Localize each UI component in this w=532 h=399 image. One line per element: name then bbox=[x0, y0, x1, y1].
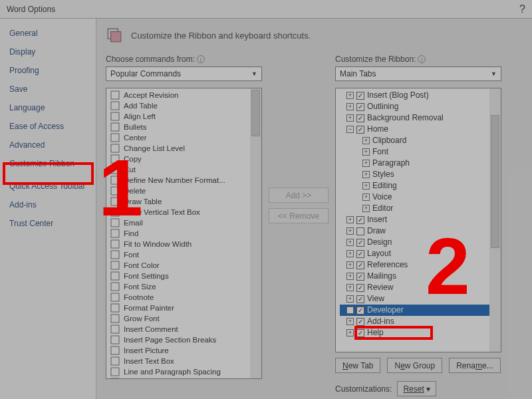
tree-item-background-removal[interactable]: +Background Removal bbox=[340, 112, 497, 124]
tree-item-developer[interactable]: +Developer bbox=[340, 305, 497, 316]
tree-item-styles[interactable]: +Styles bbox=[340, 169, 497, 180]
new-tab-button[interactable]: New Tab bbox=[335, 358, 380, 373]
command-item[interactable]: Center bbox=[106, 132, 261, 143]
sidebar-item-ease-of-access[interactable]: Ease of Access bbox=[0, 117, 96, 136]
tree-item-design[interactable]: +Design bbox=[340, 237, 497, 248]
command-item[interactable]: Bullets▸ bbox=[106, 122, 261, 132]
command-item[interactable]: Link▸ bbox=[106, 377, 261, 379]
expander-icon[interactable]: + bbox=[346, 216, 354, 223]
remove-button[interactable]: << Remove bbox=[269, 208, 329, 223]
command-item[interactable]: Insert Comment bbox=[106, 324, 261, 334]
tree-item-mailings[interactable]: +Mailings bbox=[340, 271, 497, 282]
sidebar-item-advanced[interactable]: Advanced bbox=[0, 136, 96, 154]
command-item[interactable]: Align Left bbox=[106, 111, 261, 122]
command-item[interactable]: Footnote bbox=[106, 292, 261, 303]
checkbox[interactable] bbox=[356, 307, 364, 315]
tree-item-review[interactable]: +Review bbox=[340, 282, 497, 293]
commands-listbox[interactable]: Accept RevisionAdd Table▸Align LeftBulle… bbox=[106, 88, 262, 379]
tree-item-outlining[interactable]: +Outlining bbox=[340, 101, 497, 112]
expander-icon[interactable]: + bbox=[346, 261, 354, 269]
checkbox[interactable] bbox=[356, 284, 364, 292]
new-group-button[interactable]: New Group bbox=[387, 358, 442, 373]
expander-icon[interactable]: + bbox=[346, 103, 354, 110]
sidebar-item-display[interactable]: Display bbox=[0, 43, 96, 61]
sidebar-item-proofing[interactable]: Proofing bbox=[0, 61, 96, 80]
expander-icon[interactable]: + bbox=[346, 250, 354, 257]
tree-item-draw[interactable]: +Draw bbox=[340, 225, 497, 237]
expander-icon[interactable]: + bbox=[362, 182, 370, 190]
command-item[interactable]: Insert Text Box bbox=[106, 356, 261, 366]
tree-item-voice[interactable]: +Voice bbox=[340, 192, 497, 203]
expander-icon[interactable]: + bbox=[346, 284, 354, 291]
tree-item-layout[interactable]: +Layout bbox=[340, 248, 497, 259]
add-button[interactable]: Add >> bbox=[269, 188, 329, 203]
tree-item-editing[interactable]: +Editing bbox=[340, 180, 497, 192]
checkbox[interactable] bbox=[356, 318, 364, 326]
expander-icon[interactable]: + bbox=[346, 307, 354, 314]
choose-commands-dropdown[interactable]: Popular Commands▼ bbox=[106, 66, 262, 81]
expander-icon[interactable]: + bbox=[346, 273, 354, 280]
sidebar-item-trust-center[interactable]: Trust Center bbox=[0, 214, 96, 233]
tree-item-home[interactable]: −Home bbox=[340, 124, 497, 135]
sidebar-item-language[interactable]: Language bbox=[0, 98, 96, 117]
expander-icon[interactable]: + bbox=[346, 318, 354, 325]
checkbox[interactable] bbox=[356, 103, 364, 111]
expander-icon[interactable]: − bbox=[346, 126, 354, 133]
command-item[interactable]: Format Painter bbox=[106, 303, 261, 313]
command-item[interactable]: Insert Picture bbox=[106, 345, 261, 356]
command-item[interactable]: Insert Page Section Breaks▸ bbox=[106, 334, 261, 345]
expander-icon[interactable]: + bbox=[346, 329, 354, 336]
command-item[interactable]: Font Settings bbox=[106, 271, 261, 281]
checkbox[interactable] bbox=[356, 216, 364, 224]
tree-item-insert[interactable]: +Insert bbox=[340, 214, 497, 225]
command-item[interactable]: Add Table▸ bbox=[106, 100, 261, 111]
ribbon-tree[interactable]: +Insert (Blog Post)+Outlining+Background… bbox=[335, 88, 501, 352]
help-button[interactable]: ? bbox=[519, 3, 525, 15]
expander-icon[interactable]: + bbox=[346, 227, 354, 235]
checkbox[interactable] bbox=[356, 273, 364, 281]
checkbox[interactable] bbox=[356, 227, 364, 235]
customize-ribbon-dropdown[interactable]: Main Tabs▼ bbox=[335, 66, 501, 81]
checkbox[interactable] bbox=[356, 92, 364, 100]
checkbox[interactable] bbox=[356, 295, 364, 303]
info-icon[interactable]: i bbox=[418, 55, 426, 63]
expander-icon[interactable]: + bbox=[362, 194, 370, 201]
command-item[interactable]: Font▭ bbox=[106, 249, 261, 260]
tree-item-paragraph[interactable]: +Paragraph bbox=[340, 158, 497, 169]
scroll-thumb[interactable] bbox=[491, 115, 499, 248]
info-icon[interactable]: i bbox=[197, 55, 205, 63]
tree-item-insert-blog-post-[interactable]: +Insert (Blog Post) bbox=[340, 90, 497, 101]
command-item[interactable]: Line and Paragraph Spacing▸ bbox=[106, 366, 261, 377]
checkbox[interactable] bbox=[356, 126, 364, 134]
expander-icon[interactable]: + bbox=[362, 171, 370, 178]
tree-item-font[interactable]: +Font bbox=[340, 146, 497, 158]
scrollbar[interactable] bbox=[489, 88, 501, 352]
checkbox[interactable] bbox=[356, 261, 364, 269]
tree-item-editor[interactable]: +Editor bbox=[340, 203, 497, 214]
command-item[interactable]: Accept Revision bbox=[106, 90, 261, 100]
expander-icon[interactable]: + bbox=[362, 205, 370, 212]
checkbox[interactable] bbox=[356, 250, 364, 258]
tree-item-view[interactable]: +View bbox=[340, 293, 497, 305]
command-item[interactable]: Font Size▭ bbox=[106, 281, 261, 292]
sidebar-item-save[interactable]: Save bbox=[0, 80, 96, 98]
rename-button[interactable]: Rename... bbox=[449, 358, 500, 373]
expander-icon[interactable]: + bbox=[346, 295, 354, 303]
checkbox[interactable] bbox=[356, 114, 364, 122]
expander-icon[interactable]: + bbox=[362, 160, 370, 167]
expander-icon[interactable]: + bbox=[362, 148, 370, 156]
expander-icon[interactable]: + bbox=[346, 92, 354, 99]
expander-icon[interactable]: + bbox=[346, 239, 354, 246]
scrollbar[interactable] bbox=[250, 88, 261, 378]
expander-icon[interactable]: + bbox=[362, 137, 370, 144]
scroll-thumb[interactable] bbox=[251, 90, 260, 136]
command-item[interactable]: Font Color▸ bbox=[106, 260, 261, 271]
command-item[interactable]: Fit to Window Width bbox=[106, 239, 261, 249]
sidebar-item-general[interactable]: General bbox=[0, 24, 96, 43]
reset-button[interactable]: Reset ▾ bbox=[397, 381, 436, 396]
expander-icon[interactable]: + bbox=[346, 114, 354, 122]
tree-item-clipboard[interactable]: +Clipboard bbox=[340, 135, 497, 146]
tree-item-references[interactable]: +References bbox=[340, 259, 497, 271]
command-item[interactable]: Grow Font bbox=[106, 313, 261, 324]
sidebar-item-add-ins[interactable]: Add-ins bbox=[0, 196, 96, 214]
